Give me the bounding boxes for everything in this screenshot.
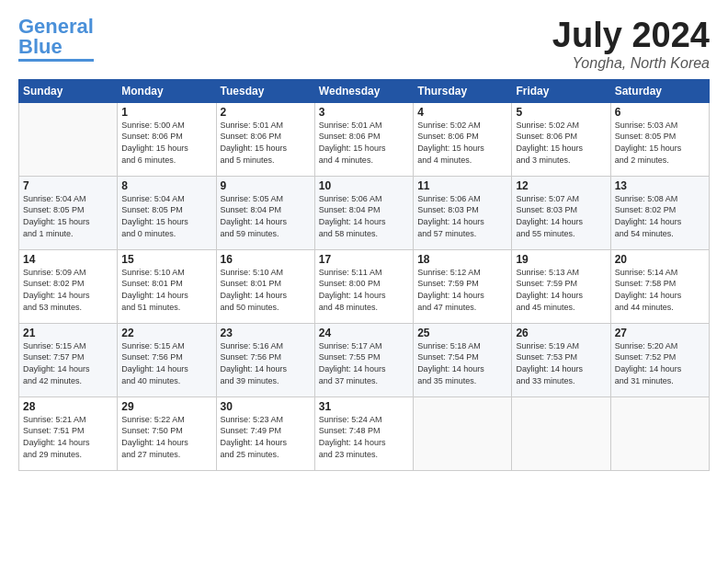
cell-w3d6: 27Sunrise: 5:20 AMSunset: 7:52 PMDayligh…	[610, 323, 709, 396]
day-number: 25	[417, 327, 507, 339]
day-info: Sunrise: 5:02 AMSunset: 8:06 PMDaylight:…	[516, 120, 606, 166]
logo: General Blue	[18, 17, 94, 62]
day-info: Sunrise: 5:06 AMSunset: 8:03 PMDaylight:…	[417, 193, 507, 239]
cell-w4d6	[610, 396, 709, 470]
col-wednesday: Wednesday	[314, 79, 413, 102]
day-info: Sunrise: 5:00 AMSunset: 8:06 PMDaylight:…	[121, 120, 211, 166]
day-number: 15	[121, 253, 211, 266]
day-info: Sunrise: 5:10 AMSunset: 8:01 PMDaylight:…	[221, 267, 311, 313]
cell-w0d1: 1Sunrise: 5:00 AMSunset: 8:06 PMDaylight…	[118, 102, 216, 176]
day-info: Sunrise: 5:03 AMSunset: 8:05 PMDaylight:…	[615, 120, 705, 166]
cell-w1d4: 11Sunrise: 5:06 AMSunset: 8:03 PMDayligh…	[414, 176, 512, 249]
cell-w4d5	[512, 396, 610, 470]
day-number: 19	[516, 253, 606, 266]
day-info: Sunrise: 5:09 AMSunset: 8:02 PMDaylight:…	[23, 267, 113, 313]
day-number: 21	[23, 327, 113, 339]
cell-w1d5: 12Sunrise: 5:07 AMSunset: 8:03 PMDayligh…	[512, 176, 610, 249]
cell-w2d4: 18Sunrise: 5:12 AMSunset: 7:59 PMDayligh…	[414, 249, 512, 323]
day-number: 30	[221, 400, 311, 413]
day-info: Sunrise: 5:21 AMSunset: 7:51 PMDaylight:…	[23, 414, 113, 460]
day-number: 2	[221, 106, 311, 119]
day-number: 31	[319, 400, 409, 413]
title-month: July 2024	[552, 17, 710, 55]
cell-w4d2: 30Sunrise: 5:23 AMSunset: 7:49 PMDayligh…	[216, 396, 314, 470]
day-info: Sunrise: 5:18 AMSunset: 7:54 PMDaylight:…	[417, 340, 507, 386]
cell-w0d5: 5Sunrise: 5:02 AMSunset: 8:06 PMDaylight…	[512, 102, 610, 176]
day-number: 4	[417, 106, 507, 119]
logo-blue: Blue	[18, 35, 63, 58]
col-tuesday: Tuesday	[216, 79, 314, 102]
day-number: 14	[23, 253, 113, 266]
day-number: 26	[516, 327, 606, 339]
day-number: 27	[615, 327, 705, 339]
day-info: Sunrise: 5:10 AMSunset: 8:01 PMDaylight:…	[121, 267, 211, 313]
day-info: Sunrise: 5:06 AMSunset: 8:04 PMDaylight:…	[319, 193, 409, 239]
week-row-3: 14Sunrise: 5:09 AMSunset: 8:02 PMDayligh…	[19, 249, 710, 323]
day-info: Sunrise: 5:14 AMSunset: 7:58 PMDaylight:…	[615, 267, 705, 313]
day-number: 6	[615, 106, 705, 119]
week-row-4: 21Sunrise: 5:15 AMSunset: 7:57 PMDayligh…	[19, 323, 710, 396]
cell-w2d3: 17Sunrise: 5:11 AMSunset: 8:00 PMDayligh…	[314, 249, 413, 323]
day-info: Sunrise: 5:19 AMSunset: 7:53 PMDaylight:…	[516, 340, 606, 386]
cell-w3d3: 24Sunrise: 5:17 AMSunset: 7:55 PMDayligh…	[314, 323, 413, 396]
logo-underline	[18, 59, 94, 62]
calendar-page: General Blue July 2024 Yongha, North Kor…	[0, 0, 728, 563]
cell-w0d6: 6Sunrise: 5:03 AMSunset: 8:05 PMDaylight…	[610, 102, 709, 176]
cell-w1d2: 9Sunrise: 5:05 AMSunset: 8:04 PMDaylight…	[216, 176, 314, 249]
cell-w4d0: 28Sunrise: 5:21 AMSunset: 7:51 PMDayligh…	[19, 396, 118, 470]
header-row: Sunday Monday Tuesday Wednesday Thursday…	[19, 79, 710, 102]
day-number: 12	[516, 179, 606, 192]
cell-w3d1: 22Sunrise: 5:15 AMSunset: 7:56 PMDayligh…	[118, 323, 216, 396]
week-row-2: 7Sunrise: 5:04 AMSunset: 8:05 PMDaylight…	[19, 176, 710, 249]
day-info: Sunrise: 5:22 AMSunset: 7:50 PMDaylight:…	[121, 414, 211, 460]
day-number: 28	[23, 400, 113, 413]
cell-w1d1: 8Sunrise: 5:04 AMSunset: 8:05 PMDaylight…	[118, 176, 216, 249]
day-info: Sunrise: 5:23 AMSunset: 7:49 PMDaylight:…	[221, 414, 311, 460]
col-thursday: Thursday	[414, 79, 512, 102]
day-number: 8	[121, 179, 211, 192]
day-info: Sunrise: 5:05 AMSunset: 8:04 PMDaylight:…	[221, 193, 311, 239]
day-number: 24	[319, 327, 409, 339]
day-info: Sunrise: 5:01 AMSunset: 8:06 PMDaylight:…	[221, 120, 311, 166]
cell-w2d6: 20Sunrise: 5:14 AMSunset: 7:58 PMDayligh…	[610, 249, 709, 323]
day-number: 13	[615, 179, 705, 192]
day-info: Sunrise: 5:07 AMSunset: 8:03 PMDaylight:…	[516, 193, 606, 239]
day-number: 5	[516, 106, 606, 119]
logo-text: General Blue	[18, 17, 94, 57]
day-info: Sunrise: 5:01 AMSunset: 8:06 PMDaylight:…	[319, 120, 409, 166]
cell-w4d3: 31Sunrise: 5:24 AMSunset: 7:48 PMDayligh…	[314, 396, 413, 470]
title-block: July 2024 Yongha, North Korea	[552, 17, 710, 72]
day-info: Sunrise: 5:16 AMSunset: 7:56 PMDaylight:…	[221, 340, 311, 386]
day-number: 16	[221, 253, 311, 266]
cell-w4d1: 29Sunrise: 5:22 AMSunset: 7:50 PMDayligh…	[118, 396, 216, 470]
title-location: Yongha, North Korea	[552, 55, 710, 72]
col-sunday: Sunday	[19, 79, 118, 102]
day-number: 17	[319, 253, 409, 266]
day-info: Sunrise: 5:15 AMSunset: 7:56 PMDaylight:…	[121, 340, 211, 386]
week-row-1: 1Sunrise: 5:00 AMSunset: 8:06 PMDaylight…	[19, 102, 710, 176]
cell-w4d4	[414, 396, 512, 470]
day-number: 22	[121, 327, 211, 339]
day-info: Sunrise: 5:11 AMSunset: 8:00 PMDaylight:…	[319, 267, 409, 313]
cell-w2d1: 15Sunrise: 5:10 AMSunset: 8:01 PMDayligh…	[118, 249, 216, 323]
day-info: Sunrise: 5:02 AMSunset: 8:06 PMDaylight:…	[417, 120, 507, 166]
day-number: 23	[221, 327, 311, 339]
cell-w0d4: 4Sunrise: 5:02 AMSunset: 8:06 PMDaylight…	[414, 102, 512, 176]
day-info: Sunrise: 5:17 AMSunset: 7:55 PMDaylight:…	[319, 340, 409, 386]
day-number: 10	[319, 179, 409, 192]
header: General Blue July 2024 Yongha, North Kor…	[18, 17, 710, 72]
cell-w3d4: 25Sunrise: 5:18 AMSunset: 7:54 PMDayligh…	[414, 323, 512, 396]
cell-w0d2: 2Sunrise: 5:01 AMSunset: 8:06 PMDaylight…	[216, 102, 314, 176]
col-saturday: Saturday	[610, 79, 709, 102]
day-info: Sunrise: 5:04 AMSunset: 8:05 PMDaylight:…	[121, 193, 211, 239]
day-number: 7	[23, 179, 113, 192]
day-number: 11	[417, 179, 507, 192]
cell-w3d2: 23Sunrise: 5:16 AMSunset: 7:56 PMDayligh…	[216, 323, 314, 396]
cell-w0d3: 3Sunrise: 5:01 AMSunset: 8:06 PMDaylight…	[314, 102, 413, 176]
cell-w0d0	[19, 102, 118, 176]
day-info: Sunrise: 5:13 AMSunset: 7:59 PMDaylight:…	[516, 267, 606, 313]
day-info: Sunrise: 5:08 AMSunset: 8:02 PMDaylight:…	[615, 193, 705, 239]
cell-w3d0: 21Sunrise: 5:15 AMSunset: 7:57 PMDayligh…	[19, 323, 118, 396]
week-row-5: 28Sunrise: 5:21 AMSunset: 7:51 PMDayligh…	[19, 396, 710, 470]
day-info: Sunrise: 5:12 AMSunset: 7:59 PMDaylight:…	[417, 267, 507, 313]
